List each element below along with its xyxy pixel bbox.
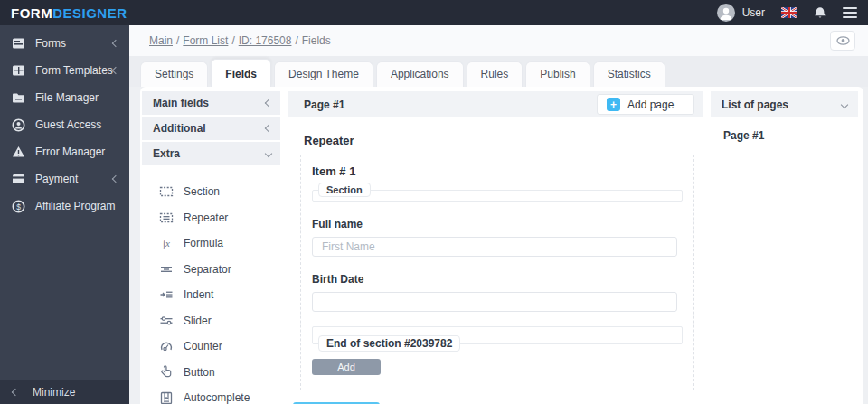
app-logo[interactable]: FORMDESIGNER [11,5,127,21]
breadcrumb-separator: / [231,34,234,47]
sidebar-item-label: Guest Access [35,118,101,131]
affiliate-program-icon: $ [11,199,25,213]
tab-publish[interactable]: Publish [525,61,590,87]
page-header-bar: Page #1 + Add page [288,91,703,117]
tab-fields[interactable]: Fields [211,59,271,87]
field-type-label: Formula [184,237,223,249]
breadcrumb-current: Fields [302,34,331,47]
field-type-counter[interactable]: Counter [158,334,280,360]
chevron-down-icon [841,100,848,108]
field-type-autocomplete[interactable]: Autocomplete [158,385,280,404]
field-type-label: Separator [184,263,231,276]
autocomplete-icon [158,390,174,404]
chevron-down-icon [265,150,272,157]
chevron-left-icon [12,388,19,395]
sidebar-minimize-button[interactable]: Minimize [0,380,129,404]
sidebar-item-guest-access[interactable]: Guest Access [0,111,129,138]
menu-hamburger-icon[interactable] [843,7,857,18]
section-end-box[interactable]: End of section #2039782 [312,326,683,344]
sidebar-item-label: Form Templates [35,64,113,77]
field-type-formula[interactable]: ∫x Formula [158,230,280,257]
tab-applications[interactable]: Applications [376,61,464,87]
page-title: Page #1 [304,99,344,111]
tab-statistics[interactable]: Statistics [593,61,665,87]
pages-panel: List of pages Page #1 [711,91,858,404]
birth-date-input[interactable] [312,292,677,312]
sidebar-item-label: Payment [35,173,78,185]
preview-form-button[interactable] [830,31,855,51]
full-name-field: Full name [312,218,683,257]
breadcrumb: Main/Form List/ID: 176508/Fields [149,34,331,47]
add-page-label: Add page [627,99,674,111]
page-editor: Page #1 + Add page Repeater Item # 1 Sec… [288,91,703,404]
logo-text-accent: DESIGNER [52,5,127,21]
tab-settings[interactable]: Settings [140,61,208,87]
notifications-bell-icon[interactable] [814,6,826,20]
field-type-repeater[interactable]: Repeater [158,205,280,231]
tab-rules[interactable]: Rules [467,61,524,87]
guest-access-icon [11,117,25,132]
tab-design-theme[interactable]: Design Theme [274,61,373,87]
person-icon [717,4,735,22]
field-type-separator[interactable]: Separator [158,257,280,283]
breadcrumb-link-main[interactable]: Main [149,34,173,47]
logo-text-primary: FORM [11,5,52,21]
fields-editor-card: Main fields Additional Extra Section [140,87,863,404]
payment-icon [11,172,25,186]
group-main-fields[interactable]: Main fields [142,91,280,115]
first-name-input[interactable] [312,237,677,257]
breadcrumb-separator: / [176,34,179,47]
field-type-indent[interactable]: Indent [158,282,280,308]
sidebar-item-forms[interactable]: Forms [0,30,129,57]
sidebar-item-payment[interactable]: Payment [0,165,129,193]
sidebar-item-label: Error Manager [35,146,105,158]
section-start-label: Section [318,183,371,197]
form-preview: Repeater Item # 1 Section Full name Birt… [288,117,703,404]
formdesigner-app: FORMDESIGNER User Forms [0,0,868,404]
form-templates-icon [11,63,25,78]
section-end-label: End of section #2039782 [318,335,460,352]
list-of-pages-header[interactable]: List of pages [711,91,858,117]
user-name-label[interactable]: User [742,6,765,19]
separator-icon [158,261,174,277]
add-page-button[interactable]: + Add page [597,94,694,115]
field-type-section[interactable]: Section [158,179,280,205]
eye-icon [836,36,850,45]
breadcrumb-link-form-id[interactable]: ID: 176508 [239,34,292,47]
sidebar-item-file-manager[interactable]: File Manager [0,84,129,111]
formula-icon: ∫x [158,236,174,251]
counter-icon [158,339,174,354]
sidebar-item-error-manager[interactable]: Error Manager [0,138,129,165]
chevron-left-icon [265,125,272,132]
chevron-left-icon [112,40,119,47]
top-header: FORMDESIGNER User [0,0,868,25]
button-icon [158,364,174,380]
sidebar-item-label: Affiliate Program [35,200,115,212]
repeater-widget-title[interactable]: Repeater [304,134,694,147]
breadcrumb-link-form-list[interactable]: Form List [183,34,228,47]
group-additional[interactable]: Additional [142,117,280,140]
birth-date-label: Birth Date [312,273,683,286]
page-list-item[interactable]: Page #1 [723,129,845,142]
svg-text:$: $ [16,202,21,211]
form-tabs: Settings Fields Design Theme Application… [129,56,868,87]
repeater-item-container[interactable]: Item # 1 Section Full name Birth Date [300,155,694,390]
field-type-slider[interactable]: Slider [158,308,280,334]
group-label: Main fields [153,97,209,109]
main-area: Main/Form List/ID: 176508/Fields Setting… [129,25,868,404]
chevron-left-icon [112,67,119,74]
field-type-label: Indent [184,288,213,301]
slider-icon [158,313,174,328]
forms-icon [11,36,25,51]
sidebar-item-affiliate-program[interactable]: $ Affiliate Program [0,193,129,220]
section-start-box[interactable]: Section [312,183,683,202]
section-icon [158,184,174,200]
user-avatar[interactable] [717,4,735,22]
repeater-add-button[interactable]: Add [312,359,381,375]
field-type-button[interactable]: Button [158,360,280,386]
language-flag-icon[interactable] [781,7,797,18]
sidebar-item-form-templates[interactable]: Form Templates [0,57,129,84]
group-extra[interactable]: Extra [142,142,280,165]
field-type-label: Autocomplete [184,391,250,404]
chevron-left-icon [112,175,119,183]
